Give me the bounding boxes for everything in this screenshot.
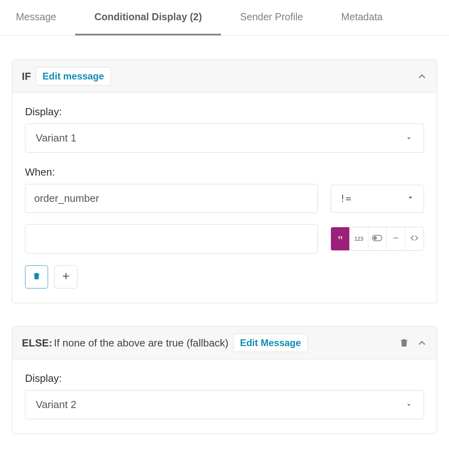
- else-desc: If none of the above are true (fallback): [54, 337, 228, 349]
- if-card-header: IF Edit message: [12, 60, 437, 93]
- edit-message-button-else[interactable]: Edit Message: [233, 334, 308, 352]
- minus-icon: [392, 234, 399, 244]
- collapse-icon[interactable]: [417, 338, 427, 348]
- collapse-icon[interactable]: [417, 71, 427, 81]
- display-label: Display:: [25, 106, 424, 118]
- tab-conditional-display[interactable]: Conditional Display (2): [75, 0, 221, 35]
- when-label: When:: [25, 166, 424, 178]
- type-boolean-button[interactable]: [368, 227, 387, 250]
- when-value-input[interactable]: [25, 224, 318, 253]
- when-operator-value: !=: [340, 193, 351, 204]
- type-string-button[interactable]: [331, 227, 350, 250]
- display-select-value-else: Variant 2: [36, 399, 76, 411]
- type-code-button[interactable]: [405, 227, 424, 250]
- action-row: [25, 265, 424, 288]
- type-null-button[interactable]: [387, 227, 405, 250]
- display-select-value: Variant 1: [36, 132, 76, 144]
- caret-down-icon: [404, 134, 413, 143]
- value-type-toggle: 123: [331, 227, 424, 251]
- tab-metadata[interactable]: Metadata: [322, 0, 402, 35]
- if-card-body: Display: Variant 1 When: order_number !=: [12, 93, 437, 303]
- else-card-body: Display: Variant 2: [12, 360, 437, 433]
- else-card: ELSE: If none of the above are true (fal…: [12, 326, 437, 434]
- add-condition-button[interactable]: [54, 265, 77, 288]
- caret-down-icon: [406, 193, 415, 204]
- else-label: ELSE:: [22, 337, 52, 349]
- svg-point-1: [374, 236, 377, 240]
- when-operator-select[interactable]: !=: [331, 185, 424, 213]
- tabs-bar: Message Conditional Display (2) Sender P…: [0, 0, 449, 36]
- when-row: order_number !=: [25, 184, 424, 213]
- if-label: IF: [22, 70, 31, 83]
- else-card-header: ELSE: If none of the above are true (fal…: [12, 327, 437, 360]
- when-field-input[interactable]: order_number: [25, 184, 318, 213]
- delete-else-button[interactable]: [399, 337, 410, 348]
- content-area: IF Edit message Display: Variant 1 When:…: [0, 36, 449, 473]
- display-label-else: Display:: [25, 372, 424, 385]
- toggle-icon: [372, 235, 382, 243]
- code-icon: [410, 234, 419, 244]
- display-select[interactable]: Variant 1: [25, 124, 424, 153]
- trash-icon: [32, 271, 41, 283]
- tab-message[interactable]: Message: [16, 0, 75, 35]
- tab-sender-profile[interactable]: Sender Profile: [221, 0, 322, 35]
- type-number-button[interactable]: 123: [350, 227, 368, 250]
- caret-down-icon: [404, 401, 413, 409]
- delete-condition-button[interactable]: [25, 265, 48, 288]
- display-select-else[interactable]: Variant 2: [25, 390, 424, 419]
- quote-icon: [336, 234, 344, 244]
- plus-icon: [61, 271, 71, 283]
- value-row: 123: [25, 224, 424, 253]
- number-icon: 123: [354, 236, 363, 242]
- if-card: IF Edit message Display: Variant 1 When:…: [12, 60, 437, 303]
- edit-message-button[interactable]: Edit message: [36, 67, 111, 85]
